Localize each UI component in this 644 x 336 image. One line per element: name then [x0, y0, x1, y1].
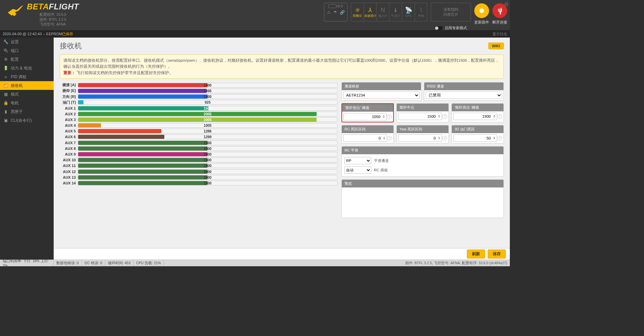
stick-low-panel: '摇杆低位' 阈值 ▲▼ ?	[341, 103, 394, 122]
update-firmware-button[interactable]	[474, 3, 489, 18]
channel-value: 925	[78, 100, 337, 105]
sidebar-item-PID 调校[interactable]: ⎄PID 调校	[0, 72, 54, 81]
page-title: 接收机	[60, 41, 82, 51]
channel-row: AUX 8 1500	[60, 146, 337, 151]
sidebar-item-配置[interactable]: ⚙配置	[0, 55, 54, 64]
help-icon[interactable]: ?	[442, 114, 447, 119]
channel-value: 1500	[78, 164, 337, 168]
sensor-GPS: 📡GPS	[402, 3, 415, 21]
svg-rect-6	[482, 8, 483, 9]
channel-bar: 1500	[78, 163, 337, 168]
channel-row: AUX 13 1500	[60, 174, 337, 180]
sidebar-icon: ▦	[3, 92, 8, 97]
sensor-label: 气压计	[391, 14, 400, 18]
expert-toggle[interactable]	[435, 26, 443, 30]
3d-throttle-input[interactable]	[453, 134, 497, 142]
help-icon[interactable]: ?	[387, 114, 392, 119]
channel-label: AUX 11	[60, 164, 78, 168]
parachute-icon: ☂	[333, 10, 337, 15]
spinner-icon[interactable]: ▲▼	[493, 136, 496, 140]
update-firmware-label: 更新固件	[474, 20, 489, 25]
sidebar-item-动力 & 电池[interactable]: 🔋动力 & 电池	[0, 64, 54, 72]
sidebar-icon: ⎄	[3, 74, 8, 79]
channel-bar: 1286	[78, 129, 337, 133]
sidebar-item-端口[interactable]: 🔌端口	[0, 46, 54, 55]
sidebar-item-黑匣子[interactable]: ▮黑匣子	[0, 107, 54, 116]
channel-row: AUX 14 1500	[60, 180, 337, 186]
rc-interpolation-label: RC 插值	[374, 168, 388, 173]
sidebar-item-CLI(命令行)[interactable]: ▣CLI(命令行)	[0, 116, 54, 125]
log-bar: 2020-04-09 @ 12:42:43 -- EEPROM 已保存 显示日志	[0, 30, 510, 38]
sidebar-item-label: 设置	[11, 39, 19, 45]
spinner-icon[interactable]: ▲▼	[383, 136, 386, 140]
disconnect-label: 断开连接	[492, 20, 507, 25]
sidebar: 🔧设置🔌端口⚙配置🔋动力 & 电池⎄PID 调校📶接收机▦模式🔒电机▮黑匣子▣C…	[0, 38, 54, 260]
preview-panel: 预览	[341, 179, 504, 218]
expert-mode-row[interactable]: 启用专家模式	[435, 25, 467, 31]
show-log-button[interactable]: 显示日志	[492, 32, 507, 37]
sensor-陀螺仪: ⚛陀螺仪	[351, 3, 364, 21]
rc-deadband-input[interactable]	[343, 134, 387, 142]
channel-label: 油门 [T]	[60, 100, 78, 105]
svg-rect-8	[482, 13, 483, 13]
sensor-icon: N	[381, 6, 385, 14]
yaw-deadband-input[interactable]	[398, 134, 442, 142]
yaw-deadband-header: Yaw 死区区间	[397, 125, 448, 133]
help-icon[interactable]: ?	[497, 114, 502, 119]
channel-label: AUX 13	[60, 175, 78, 179]
channel-row: 俯仰 [E] 1495	[60, 88, 337, 94]
help-icon[interactable]: ?	[387, 136, 392, 141]
channel-row: 方向 [R] 1500	[60, 94, 337, 100]
preview-body	[342, 187, 503, 218]
smoothing-channel-select[interactable]: RP	[344, 157, 371, 164]
channel-row: 油门 [T] 925	[60, 100, 337, 105]
spinner-icon[interactable]: ▲▼	[438, 136, 441, 140]
channel-label: AUX 5	[60, 129, 78, 133]
stick-mid-input[interactable]	[398, 113, 442, 120]
rc-interpolation-select[interactable]: 自动	[344, 166, 371, 174]
sensor-icon: ⚛	[355, 6, 360, 14]
rssi-select[interactable]: 已禁用	[426, 92, 502, 99]
refresh-button[interactable]: 刷新	[467, 249, 485, 259]
sidebar-item-接收机[interactable]: 📶接收机	[0, 81, 54, 90]
channel-value: 2005	[78, 112, 337, 116]
options-gear-icon[interactable]: ⚙	[504, 1, 508, 7]
sidebar-item-设置[interactable]: 🔧设置	[0, 38, 54, 46]
page-header: 接收机 WIKI	[60, 41, 504, 51]
wiki-button[interactable]: WIKI	[488, 43, 504, 49]
sensor-气压计: 🌡气压计	[389, 3, 402, 21]
sidebar-icon: ▣	[3, 118, 8, 123]
rssi-panel: RSSI 通道 已禁用	[424, 82, 504, 101]
stick-high-input[interactable]	[453, 113, 497, 120]
svg-rect-5	[481, 8, 481, 9]
logo-text-a: BETA	[27, 2, 49, 11]
channel-value: 1005	[78, 123, 337, 128]
channel-row: AUX 11 1500	[60, 163, 337, 169]
channel-row: AUX 10 1500	[60, 157, 337, 163]
help-icon[interactable]: ?	[442, 136, 447, 141]
channel-row: AUX 1 1505	[60, 105, 337, 111]
svg-rect-2	[479, 11, 480, 12]
sidebar-item-电机[interactable]: 🔒电机	[0, 99, 54, 107]
channels-list: 横滚 [A] 1500 俯仰 [E] 1495 方向 [R] 1500 油门 […	[60, 82, 337, 218]
channel-value: 1500	[78, 152, 337, 157]
sensor-icon: ⅄	[368, 6, 372, 14]
channel-bar: 2005	[78, 117, 337, 122]
spinner-icon[interactable]: ▲▼	[383, 115, 386, 118]
spinner-icon[interactable]: ▲▼	[493, 115, 496, 118]
stick-high-panel: '摇杆高位' 阈值 ▲▼ ?	[451, 103, 504, 122]
save-button[interactable]: 保存	[488, 249, 506, 259]
sidebar-item-label: 动力 & 电池	[11, 65, 32, 71]
channel-label: AUX 7	[60, 141, 78, 145]
channel-map-select[interactable]: AETR1234	[343, 92, 420, 99]
stick-low-input[interactable]	[343, 113, 387, 120]
3d-throttle-header: 3D 油门死区	[452, 125, 503, 133]
channel-row: 横滚 [A] 1500	[60, 82, 337, 88]
status-cycle: 循环时间: 453	[105, 260, 133, 266]
channel-bar: 1500	[78, 152, 337, 157]
sidebar-item-模式[interactable]: ▦模式	[0, 90, 54, 99]
channel-row: AUX 9 1500	[60, 151, 337, 157]
help-icon[interactable]: ?	[497, 136, 502, 141]
spinner-icon[interactable]: ▲▼	[438, 115, 441, 118]
bee-logo-icon	[6, 3, 25, 18]
